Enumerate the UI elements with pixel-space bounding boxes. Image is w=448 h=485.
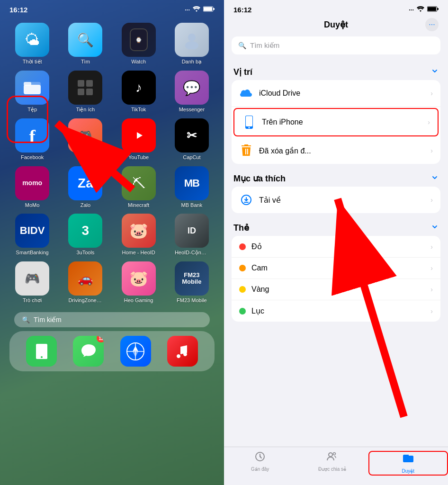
dock-safari[interactable] xyxy=(120,336,151,367)
iphone-item[interactable]: Trên iPhone › xyxy=(234,109,438,135)
app-find[interactable]: 🔍 Tìm xyxy=(62,23,109,65)
red-tag-item[interactable]: Đỏ › xyxy=(232,236,440,258)
mucuathich-title: Mục ưa thích xyxy=(233,173,286,184)
music-icon xyxy=(167,336,198,367)
left-status-bar: 16:12 ··· xyxy=(0,0,224,16)
yellow-label: Vàng xyxy=(251,285,430,294)
app-watch[interactable]: ⌚ Watch xyxy=(115,23,162,65)
trash-item[interactable]: Đã xóa gần đ... › xyxy=(232,137,440,164)
search-icon: 🔍 xyxy=(238,42,246,49)
search-bar[interactable]: 🔍 Tìm kiếm xyxy=(232,36,440,54)
search-placeholder: Tìm kiếm xyxy=(250,41,279,50)
watch-label: Watch xyxy=(131,59,146,64)
svg-point-32 xyxy=(335,453,336,454)
contacts-label: Danh bạ xyxy=(182,59,202,65)
app-utilities[interactable]: Tiện ích xyxy=(62,71,109,113)
bidv-label: SmartBanking xyxy=(16,250,49,255)
app-contacts[interactable]: Danh bạ xyxy=(168,23,215,65)
find-icon: 🔍 xyxy=(68,23,102,57)
browse-label: Duyệt xyxy=(402,468,415,474)
left-search-bar[interactable]: 🔍 Tìm kiếm xyxy=(14,312,210,327)
orange-tag-item[interactable]: Cam › xyxy=(232,258,440,279)
svg-rect-11 xyxy=(86,89,93,95)
browse-icon xyxy=(403,453,414,467)
left-phone-screen: 16:12 ··· 🌤 Thời tiết xyxy=(0,0,224,485)
app-tiktok[interactable]: ♪ TikTok xyxy=(115,71,162,113)
right-phone-screen: 16:12 ··· Duyệt ··· xyxy=(224,0,448,485)
red-chevron: › xyxy=(430,243,433,251)
icloud-chevron: › xyxy=(430,90,433,97)
green-tag-item[interactable]: Lục › xyxy=(232,300,440,322)
download-chevron: › xyxy=(430,196,433,204)
drivingzone-label: DrivingZone:O... xyxy=(68,297,102,303)
heogaming-icon: 🐷 xyxy=(122,261,156,296)
dock-music[interactable] xyxy=(167,336,198,367)
dock-phone[interactable] xyxy=(26,336,57,367)
app-heoidapp[interactable]: ID HeoID-Cộngd... xyxy=(168,214,215,256)
vitri-chevron[interactable] xyxy=(431,67,439,77)
app-zalo[interactable]: Za Zalo xyxy=(62,166,109,208)
app-momo[interactable]: momo MoMo xyxy=(9,166,56,208)
green-dot xyxy=(239,308,246,314)
orange-dot xyxy=(239,265,246,271)
app-heoid[interactable]: 🐷 Home - HeoID xyxy=(115,214,162,256)
vitri-list: iCloud Drive › Trên iPhone › xyxy=(232,80,440,164)
app-facebook[interactable]: f Facebook xyxy=(9,118,56,161)
battery-icon xyxy=(203,6,215,13)
files-icon xyxy=(15,71,49,105)
icloud-item[interactable]: iCloud Drive › xyxy=(232,80,440,107)
iphone-icon xyxy=(242,115,256,129)
mucuathich-chevron[interactable] xyxy=(431,174,439,183)
bidv-icon: BIDV xyxy=(15,214,49,248)
app-heogaming[interactable]: 🐷 Heo Gaming xyxy=(115,261,162,304)
svg-rect-10 xyxy=(78,89,84,95)
fm23-icon: FM23Mobile xyxy=(175,261,209,296)
app-weather[interactable]: 🌤 Thời tiết xyxy=(9,23,56,65)
tab-recent[interactable]: Gần đây xyxy=(224,451,296,476)
zalo-icon: Za xyxy=(68,166,102,200)
heoidapp-label: HeoID-Cộngd... xyxy=(175,250,209,256)
red-dot xyxy=(239,243,246,250)
weather-label: Thời tiết xyxy=(23,59,42,65)
app-grid: 🌤 Thời tiết 🔍 Tìm ⌚ Watch Danh bạ xyxy=(0,18,224,308)
app-youtube[interactable]: YouTube xyxy=(115,118,162,161)
right-battery-icon xyxy=(427,6,439,13)
choi-icon: 🎮 xyxy=(68,118,102,153)
right-nav-header: Duyệt ··· xyxy=(224,16,448,35)
app-mbbank[interactable]: MB MB Bank xyxy=(168,166,215,208)
app-bidv[interactable]: BIDV SmartBanking xyxy=(9,214,56,256)
app-messenger[interactable]: 💬 Messenger xyxy=(168,71,215,113)
svg-rect-1 xyxy=(204,7,212,11)
icloud-label: iCloud Drive xyxy=(259,89,430,98)
trash-chevron: › xyxy=(430,147,433,154)
app-choi[interactable]: 🎮 ...hởi xyxy=(62,118,109,161)
app-capcut[interactable]: ✂ CapCut xyxy=(168,118,215,161)
right-signal-icon: ··· xyxy=(409,6,414,13)
messenger-label: Messenger xyxy=(179,107,205,112)
icloud-icon xyxy=(239,86,253,100)
app-3utools[interactable]: 3 3uTools xyxy=(62,214,109,256)
zalo-label: Zalo xyxy=(81,202,90,208)
app-drivingzone[interactable]: 🚗 DrivingZone:O... xyxy=(62,261,109,304)
green-label: Lục xyxy=(251,306,430,315)
trochoi-label: Trò chơi xyxy=(23,297,42,304)
app-trochoi[interactable]: 🎮 Trò chơi xyxy=(9,261,56,304)
facebook-label: Facebook xyxy=(21,154,44,160)
dock-messages[interactable]: 12 xyxy=(73,336,104,367)
the-chevron[interactable] xyxy=(431,223,439,233)
mbbank-label: MB Bank xyxy=(181,202,203,208)
tab-bar: Gần đây Được chia sẻ Duyệt xyxy=(224,447,448,485)
recent-label: Gần đây xyxy=(251,467,269,472)
tab-browse[interactable]: Duyệt xyxy=(368,451,448,476)
download-item[interactable]: Tải về › xyxy=(232,187,440,213)
tab-shared[interactable]: Được chia sẻ xyxy=(296,451,368,476)
app-minecraft[interactable]: ⛏ Minecraft xyxy=(115,166,162,208)
app-fm23[interactable]: FM23Mobile FM23 Mobile xyxy=(168,261,215,304)
page-title: Duyệt xyxy=(324,19,348,30)
more-button[interactable]: ··· xyxy=(425,18,439,31)
utilities-label: Tiện ích xyxy=(76,107,95,113)
the-section-header: Thẻ xyxy=(224,215,448,236)
yellow-tag-item[interactable]: Vàng › xyxy=(232,279,440,300)
svg-rect-6 xyxy=(24,85,41,94)
app-files[interactable]: Tệp xyxy=(9,71,56,113)
